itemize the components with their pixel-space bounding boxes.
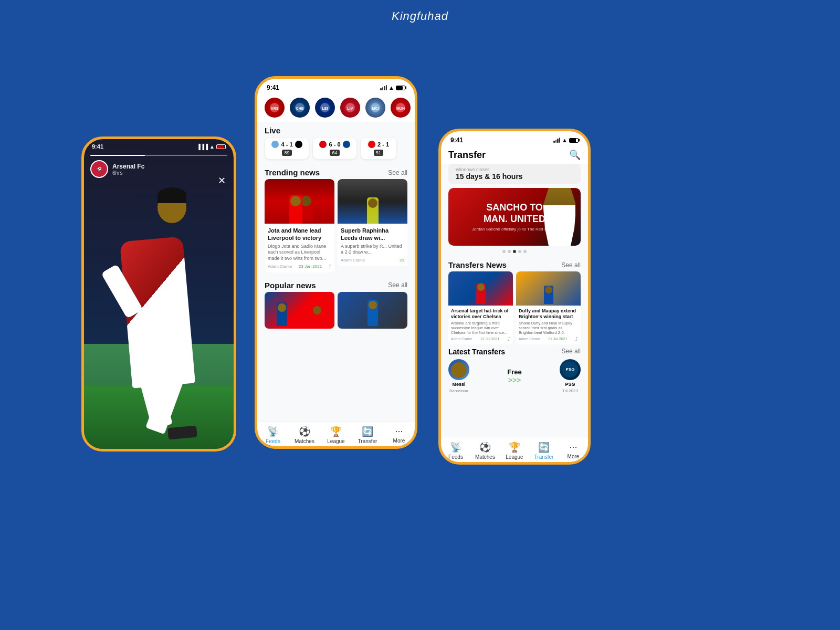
nav-feeds[interactable]: 📡 Feeds — [257, 426, 289, 444]
psg-detail: Till 2023 — [562, 388, 578, 393]
nav-more-r[interactable]: ··· More — [559, 442, 588, 460]
news-card-1[interactable]: Jota and Mane lead Liverpool to victory … — [265, 179, 334, 272]
club-logo-arsenal[interactable]: ARS — [265, 98, 285, 118]
league-label: League — [327, 438, 344, 444]
popular-news-see-all[interactable]: See all — [388, 281, 407, 289]
feeds-label: Feeds — [266, 438, 280, 444]
signal-bar-r3 — [557, 139, 559, 143]
transfer-news-2[interactable]: Duffy and Maupay extend Brighton's winni… — [516, 271, 581, 344]
dot-4 — [518, 250, 521, 253]
nav-matches[interactable]: ⚽ Matches — [289, 426, 320, 444]
news-meta-2: Adam Clarke 23 — [341, 258, 404, 262]
transfer-news-title-2: Duffy and Maupay extend Brighton's winni… — [519, 308, 578, 320]
latest-transfers-section: Latest Transfers See all Messi Barcelona… — [441, 348, 588, 393]
score-card-3[interactable]: 2 - 1 51 — [360, 137, 397, 160]
club-logos-row: ARS CHE LEI LIV MCI MUN — [257, 93, 415, 122]
score-1: 4 - 1 — [281, 141, 292, 148]
popular-news-img-1[interactable] — [265, 292, 334, 329]
share-icon-t2[interactable]: ⤴ — [575, 337, 578, 342]
news-meta-1: Adam Clarke 23 Jan 2021 ⤴ — [268, 264, 331, 269]
svg-text:MUN: MUN — [396, 107, 405, 110]
story-close-button[interactable]: ✕ — [218, 175, 226, 186]
nav-transfer-r[interactable]: 🔄 Transfer — [529, 442, 559, 460]
transfer-news-desc-1: Arsenal are targeting a third successive… — [451, 321, 510, 335]
nav-more[interactable]: ··· More — [383, 426, 415, 444]
right-status-time: 9:41 — [450, 136, 463, 144]
nav-league[interactable]: 🏆 League — [320, 426, 352, 444]
nav-league-r[interactable]: 🏆 League — [500, 442, 529, 460]
story-header: ⚽ Arsenal Fc 6hrs ✕ — [84, 155, 234, 178]
signal-bar-4 — [386, 85, 387, 90]
signal-bar-2 — [382, 87, 384, 90]
share-icon-1[interactable]: ⤴ — [329, 264, 331, 269]
battery-fill — [396, 86, 403, 90]
transfer-news-1[interactable]: Arsenal target hat-trick of victories ov… — [448, 271, 513, 344]
signal-bars-r — [553, 138, 560, 143]
signal-bar-r2 — [555, 140, 557, 143]
middle-phone-inner: 9:41 ▲ ARS CHE — [257, 79, 415, 446]
wifi-icon: ▲ — [388, 85, 394, 91]
share-icon-t1[interactable]: ⤴ — [508, 337, 510, 342]
story-time: 6hrs — [112, 170, 144, 176]
transfers-news-see-all[interactable]: See all — [561, 261, 581, 269]
middle-phone: 9:41 ▲ ARS CHE — [255, 76, 417, 449]
news-title-1: Jota and Mane lead Liverpool to victory — [268, 227, 331, 242]
dot-1 — [502, 250, 506, 253]
transfer-page-title: Transfer — [448, 150, 486, 161]
news-author-1: Adam Clarke — [268, 264, 292, 269]
club-logo-leicester[interactable]: LEI — [315, 98, 335, 118]
battery-fill — [217, 145, 224, 149]
popular-news-img-2[interactable] — [338, 292, 407, 329]
club-logo-liverpool[interactable]: LIV — [340, 98, 360, 118]
team-logo-mun — [319, 141, 327, 148]
club-logo-chelsea[interactable]: CHE — [290, 98, 310, 118]
matches-icon: ⚽ — [299, 426, 310, 437]
hero-banner[interactable]: SANCHO TO MAN. UNITED Jordan Sancho offi… — [448, 188, 581, 246]
transfer-player-messi[interactable]: Messi Barcelona — [448, 359, 469, 393]
transfer-type: Free — [507, 368, 521, 376]
transfer-news-thumb-2 — [516, 271, 581, 306]
battery-icon — [396, 86, 405, 90]
trending-news-see-all[interactable]: See all — [388, 169, 407, 176]
league-icon-r: 🏆 — [509, 442, 520, 453]
signal-icon: ▐▐▐ — [197, 144, 208, 150]
team-logo-mci — [271, 141, 279, 148]
club-logo-manutd[interactable]: MUN — [391, 98, 411, 118]
right-status-bar: 9:41 ▲ — [441, 131, 588, 146]
story-progress-fill — [90, 155, 145, 156]
score-3: 2 - 1 — [377, 141, 389, 148]
team-logo-new — [295, 141, 302, 148]
transfer-icon: 🔄 — [362, 426, 373, 437]
search-button[interactable]: 🔍 — [569, 149, 581, 161]
news-card-2[interactable]: Superb Raphinha Leeds draw wi... A super… — [338, 179, 407, 272]
signal-bar-r1 — [553, 141, 555, 143]
matches-label-r: Matches — [475, 454, 495, 460]
nav-transfer[interactable]: 🔄 Transfer — [352, 426, 383, 444]
dot-5 — [523, 250, 527, 253]
news-thumb-2 — [338, 179, 407, 224]
popular-news-header: Popular news See all — [257, 277, 415, 292]
middle-status-icons: ▲ — [380, 85, 405, 91]
transfer-news-img-1 — [448, 271, 513, 306]
svg-text:ARS: ARS — [271, 107, 279, 110]
popular-news-row — [257, 292, 415, 333]
more-label-r: More — [568, 454, 580, 459]
nav-matches-r[interactable]: ⚽ Matches — [470, 442, 500, 460]
transfer-player-row: Messi Barcelona Free >>> PSG PSG Till 20… — [448, 359, 581, 393]
latest-transfers-see-all[interactable]: See all — [561, 348, 581, 356]
signal-bars — [380, 85, 387, 90]
right-status-icons: ▲ — [553, 137, 579, 143]
score-min-3: 51 — [374, 150, 383, 156]
transfer-player-psg[interactable]: PSG PSG Till 2023 — [560, 359, 581, 393]
transfer-icon-r: 🔄 — [538, 442, 550, 453]
nav-feeds-r[interactable]: 📡 Feeds — [441, 442, 470, 460]
latest-transfers-title: Latest Transfers — [448, 348, 505, 356]
score-card-2[interactable]: 6 - 0 64 — [312, 137, 357, 160]
feeds-icon-r: 📡 — [450, 442, 461, 453]
transfer-label-r: Transfer — [534, 454, 554, 460]
news-desc-2: A superb strike by R... United a 2-2 dra… — [341, 244, 404, 256]
left-status-bar: 9:41 ▐▐▐ ▲ — [84, 139, 234, 151]
club-logo-mancity[interactable]: MCI — [365, 98, 385, 118]
score-card-1[interactable]: 4 - 1 89 — [265, 137, 309, 160]
right-phone-inner: 9:41 ▲ Transfer 🔍 Windows — [441, 131, 588, 462]
